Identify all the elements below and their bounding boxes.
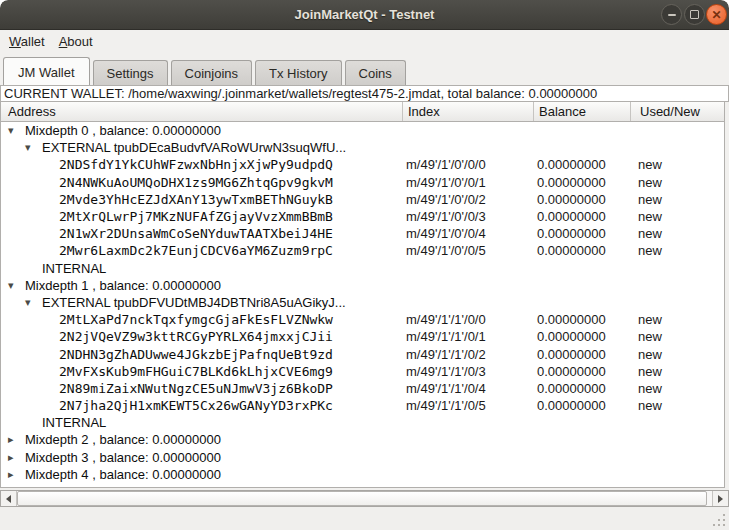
tab-coinjoins[interactable]: Coinjoins xyxy=(171,60,252,85)
address-cell: 2N89miZaixNWutNgzCE5uNJmwV3jz6BkoDP xyxy=(1,381,401,396)
titlebar[interactable]: JoinMarketQt - Testnet ✕ xyxy=(0,0,729,30)
tree-row[interactable]: ▾ Mixdepth 0 , balance: 0.00000000 xyxy=(1,122,724,139)
address-cell: ▸ Mixdepth 2 , balance: 0.00000000 xyxy=(1,432,401,447)
minimize-icon xyxy=(668,14,676,16)
index-cell: m/49'/1'/0'/0/3 xyxy=(401,209,532,224)
tree-row[interactable]: ▾ EXTERNAL tpubDFVUDtMBJ4DBTNri8A5uAGiky… xyxy=(1,294,724,311)
address-cell: ▾ Mixdepth 0 , balance: 0.00000000 xyxy=(1,123,401,138)
tree-row[interactable]: 2NDSfdY1YkCUhWFzwxNbHnjxXjwPy9udpdQ m/49… xyxy=(1,156,724,173)
balance-cell: 0.00000000 xyxy=(532,209,629,224)
tree-row[interactable]: 2MtLXaPd7nckTqxfymgcGjaFkEsFLVZNwkw m/49… xyxy=(1,311,724,328)
row-label: 2MtXrQLwrPj7MKzNUFAfZGjayVvzXmmBBmB xyxy=(59,209,333,224)
scroll-right-button[interactable] xyxy=(712,491,728,506)
tree-row[interactable]: 2MvFXsKub9mFHGuiC7BLKd6kLhjxCVE6mg9 m/49… xyxy=(1,363,724,380)
tab-settings[interactable]: Settings xyxy=(93,60,168,85)
expand-arrow-icon[interactable]: ▾ xyxy=(25,296,42,309)
balance-cell: 0.00000000 xyxy=(532,157,629,172)
tree-row[interactable]: 2Mvde3YhHcEZJdXAnY13ywTxmBEThNGuykB m/49… xyxy=(1,191,724,208)
row-label: 2MtLXaPd7nckTqxfymgcGjaFkEsFLVZNwkw xyxy=(59,312,333,327)
expand-arrow-icon[interactable]: ▾ xyxy=(8,279,25,292)
tree-row[interactable]: 2N2jVQeVZ9w3kttRCGyPYRLX64jmxxjCJii m/49… xyxy=(1,328,724,345)
balance-cell: 0.00000000 xyxy=(532,192,629,207)
address-cell: INTERNAL xyxy=(1,261,401,276)
row-label: EXTERNAL tpubDEcaBudvfVARoWUrwN3suqWfU..… xyxy=(42,140,346,155)
column-header-used-new[interactable]: Used/New xyxy=(630,102,724,121)
tree-row[interactable]: ▾ EXTERNAL tpubDEcaBudvfVARoWUrwN3suqWfU… xyxy=(1,139,724,156)
row-label: Mixdepth 1 , balance: 0.00000000 xyxy=(25,278,221,293)
tree-row[interactable]: 2N4NWKuAoUMQoDHX1zs9MG6ZhtqGpv9gkvM m/49… xyxy=(1,174,724,191)
index-cell: m/49'/1'/1'/0/2 xyxy=(401,347,532,362)
status-cell: new xyxy=(629,243,724,258)
address-cell: 2MvFXsKub9mFHGuiC7BLKd6kLhjxCVE6mg9 xyxy=(1,364,401,379)
tree-row[interactable]: INTERNAL xyxy=(1,260,724,277)
tree-row[interactable]: ▾ Mixdepth 1 , balance: 0.00000000 xyxy=(1,277,724,294)
address-cell: 2NDHN3gZhADUwwe4JGkzbEjPafnqUeBt9zd xyxy=(1,347,401,362)
balance-cell: 0.00000000 xyxy=(532,312,629,327)
expand-arrow-icon[interactable]: ▸ xyxy=(8,468,25,481)
status-cell: new xyxy=(629,381,724,396)
address-cell: INTERNAL xyxy=(1,415,401,430)
address-cell: ▸ Mixdepth 3 , balance: 0.00000000 xyxy=(1,450,401,465)
expand-arrow-icon[interactable]: ▸ xyxy=(8,433,25,446)
current-wallet-banner: CURRENT WALLET: /home/waxwing/.joinmarke… xyxy=(0,85,729,102)
status-cell: new xyxy=(629,226,724,241)
tab-jm-wallet[interactable]: JM Wallet xyxy=(3,57,90,85)
expand-arrow-icon[interactable]: ▸ xyxy=(8,451,25,464)
status-cell: new xyxy=(629,157,724,172)
tree-row[interactable]: INTERNAL xyxy=(1,414,724,431)
tab-coins[interactable]: Coins xyxy=(345,60,406,85)
address-cell: 2MtLXaPd7nckTqxfymgcGjaFkEsFLVZNwkw xyxy=(1,312,401,327)
tree-row[interactable]: ▸ Mixdepth 4 , balance: 0.00000000 xyxy=(1,466,724,483)
balance-cell: 0.00000000 xyxy=(532,347,629,362)
tree-body: ▾ Mixdepth 0 , balance: 0.00000000 ▾ EXT… xyxy=(1,122,724,483)
balance-cell: 0.00000000 xyxy=(532,175,629,190)
status-cell: new xyxy=(629,398,724,413)
index-cell: m/49'/1'/1'/0/3 xyxy=(401,364,532,379)
row-label: 2N2jVQeVZ9w3kttRCGyPYRLX64jmxxjCJii xyxy=(59,329,333,344)
status-cell: new xyxy=(629,175,724,190)
scrollbar-thumb[interactable] xyxy=(17,491,707,506)
tab-tx-history[interactable]: Tx History xyxy=(255,60,342,85)
index-cell: m/49'/1'/1'/0/0 xyxy=(401,312,532,327)
index-cell: m/49'/1'/1'/0/4 xyxy=(401,381,532,396)
column-header-index[interactable]: Index xyxy=(402,102,533,121)
tree-row[interactable]: ▸ Mixdepth 2 , balance: 0.00000000 xyxy=(1,431,724,448)
row-label: 2MvFXsKub9mFHGuiC7BLKd6kLhjxCVE6mg9 xyxy=(59,364,333,379)
balance-cell: 0.00000000 xyxy=(532,329,629,344)
scroll-left-button[interactable] xyxy=(1,491,17,506)
tree-row[interactable]: 2NDHN3gZhADUwwe4JGkzbEjPafnqUeBt9zd m/49… xyxy=(1,345,724,362)
resize-grip[interactable] xyxy=(713,514,726,527)
tree-row[interactable]: 2Mwr6LaxmDc2k7EunjCDCV6aYM6Zuzm9rpC m/49… xyxy=(1,242,724,259)
column-header-balance[interactable]: Balance xyxy=(533,102,630,121)
expand-arrow-icon[interactable]: ▾ xyxy=(25,141,42,154)
address-cell: ▾ EXTERNAL tpubDFVUDtMBJ4DBTNri8A5uAGiky… xyxy=(1,295,401,310)
index-cell: m/49'/1'/0'/0/2 xyxy=(401,192,532,207)
address-cell: 2Mwr6LaxmDc2k7EunjCDCV6aYM6Zuzm9rpC xyxy=(1,243,401,258)
tree-row[interactable]: ▸ Mixdepth 3 , balance: 0.00000000 xyxy=(1,449,724,466)
menu-about[interactable]: About xyxy=(52,32,100,51)
balance-cell: 0.00000000 xyxy=(532,243,629,258)
expand-arrow-icon[interactable]: ▾ xyxy=(8,124,25,137)
tree-row[interactable]: 2N1wXr2DUnsaWmCoSeNYduwTAATXbeiJ4HE m/49… xyxy=(1,225,724,242)
wallet-tree[interactable]: ▾ Mixdepth 0 , balance: 0.00000000 ▾ EXT… xyxy=(0,122,725,488)
column-header-address[interactable]: Address xyxy=(1,102,402,121)
close-button[interactable]: ✕ xyxy=(706,4,727,25)
status-cell: new xyxy=(629,192,724,207)
row-label: 2NDHN3gZhADUwwe4JGkzbEjPafnqUeBt9zd xyxy=(59,347,333,362)
row-label: 2N4NWKuAoUMQoDHX1zs9MG6ZhtqGpv9gkvM xyxy=(59,175,333,190)
tree-row[interactable]: 2N89miZaixNWutNgzCE5uNJmwV3jz6BkoDP m/49… xyxy=(1,380,724,397)
tree-row[interactable]: 2N7jha2QjH1xmKEWT5Cx26wGANyYD3rxPKc m/49… xyxy=(1,397,724,414)
menu-wallet[interactable]: Wallet xyxy=(2,32,52,51)
table-header: Address Index Balance Used/New xyxy=(0,102,725,122)
maximize-button[interactable] xyxy=(684,4,705,25)
status-cell: new xyxy=(629,209,724,224)
menu-wallet-label: Wallet xyxy=(9,34,45,49)
address-cell: 2Mvde3YhHcEZJdXAnY13ywTxmBEThNGuykB xyxy=(1,192,401,207)
menubar: Wallet About xyxy=(0,30,729,53)
scrollbar-track[interactable] xyxy=(17,491,712,506)
tree-row[interactable]: 2MtXrQLwrPj7MKzNUFAfZGjayVvzXmmBBmB m/49… xyxy=(1,208,724,225)
minimize-button[interactable] xyxy=(661,4,682,25)
address-cell: ▾ Mixdepth 1 , balance: 0.00000000 xyxy=(1,278,401,293)
row-label: INTERNAL xyxy=(42,261,106,276)
address-cell: ▸ Mixdepth 4 , balance: 0.00000000 xyxy=(1,467,401,482)
